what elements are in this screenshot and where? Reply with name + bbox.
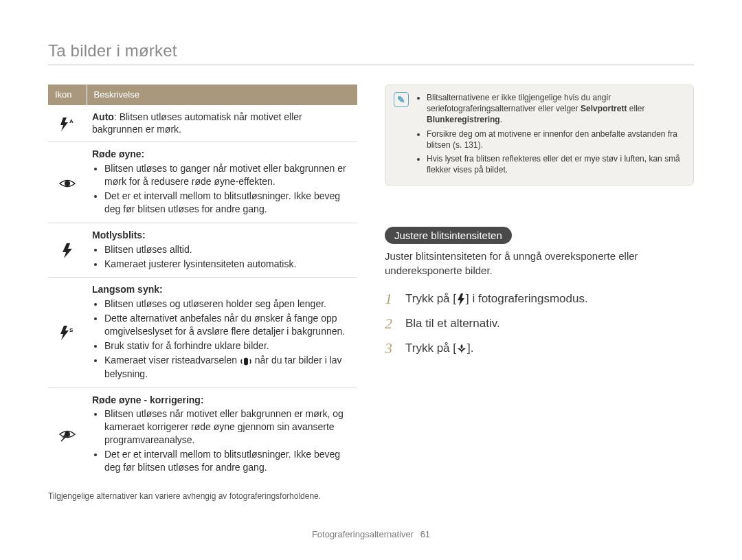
note-text: eller: [627, 104, 644, 113]
step-text: Bla til et alternativ.: [405, 317, 500, 331]
footer-page-number: 61: [420, 529, 430, 539]
note-text: .: [500, 115, 502, 124]
note-bold: Blunkeregistrering: [427, 115, 500, 124]
note-box: ✎ Blitsalternativene er ikke tilgjengeli…: [385, 85, 694, 186]
section-pill: Justere blitsintensiteten: [385, 227, 512, 244]
table-row: Røde øyne: Blitsen utløses to ganger når…: [48, 142, 357, 223]
footer-section: Fotograferingsalternativer: [312, 529, 414, 539]
row-title: Langsom synk:: [92, 283, 352, 296]
row-title: Røde øyne:: [92, 148, 352, 161]
table-header-icon: Ikon: [48, 85, 87, 105]
row-bullets: Blitsen utløses når motivet eller bakgru…: [92, 407, 352, 473]
step-text: Trykk på [].: [405, 341, 473, 356]
bullet: Blitsen utløses to ganger når motivet el…: [104, 162, 352, 188]
fill-flash-icon: [48, 223, 87, 278]
table-row: Røde øyne - korrigering: Blitsen utløses…: [48, 388, 357, 481]
bullet: Bruk stativ for å forhindre uklare bilde…: [104, 339, 352, 352]
cell-desc: Auto: Blitsen utløses automatisk når mot…: [87, 105, 357, 142]
footnote: Tilgjengelige alternativer kan variere a…: [48, 491, 357, 502]
row-bold: Auto: [92, 111, 114, 122]
step-number: 2: [385, 315, 397, 333]
bullet: Kameraet viser risteadvarselen når du ta…: [104, 354, 352, 381]
table-row: A Auto: Blitsen utløses automatisk når m…: [48, 105, 357, 142]
cell-desc: Langsom synk: Blitsen utløses og utløser…: [87, 278, 357, 388]
note-item: Forsikre deg om at motivene er innenfor …: [427, 128, 685, 150]
page: Ta bilder i mørket Ikon Beskrivelse A: [0, 0, 742, 560]
shake-warning-icon: [240, 355, 252, 368]
cell-desc: Røde øyne: Blitsen utløses to ganger når…: [87, 142, 357, 223]
columns: Ikon Beskrivelse A Auto: Blitsen utløses…: [48, 85, 694, 502]
slow-sync-icon: S: [48, 278, 87, 388]
step-number: 1: [385, 290, 397, 308]
red-eye-fix-icon: [48, 388, 87, 481]
bullet: Blitsen utløses når motivet eller bakgru…: [104, 407, 352, 447]
note-bold: Selvportrett: [581, 104, 627, 113]
bullet: Det er et intervall mellom to blitsutløs…: [104, 448, 352, 474]
bullet-text-pre: Kameraet viser risteadvarselen: [104, 355, 240, 366]
bullet: Dette alternativet anbefales når du ønsk…: [104, 312, 352, 338]
svg-text:A: A: [69, 118, 74, 124]
bullet: Blitsen utløses alltid.: [104, 243, 352, 256]
steps-list: 1 Trykk på [] i fotograferingsmodus. 2 B…: [385, 290, 694, 357]
macro-icon: [456, 341, 467, 355]
page-title: Ta bilder i mørket: [48, 41, 694, 65]
flash-options-table: Ikon Beskrivelse A Auto: Blitsen utløses…: [48, 85, 357, 481]
section-desc: Juster blitsintensiteten for å unngå ove…: [385, 249, 694, 278]
svg-text:S: S: [69, 327, 74, 333]
step-post: ].: [467, 341, 473, 355]
step-pre: Trykk på [: [405, 341, 456, 355]
bullet: Blitsen utløses og utløseren holder seg …: [104, 298, 352, 311]
bullet: Det er et intervall mellom to blitsutløs…: [104, 190, 352, 216]
step-number: 3: [385, 339, 397, 357]
step-text: Trykk på [] i fotograferingsmodus.: [405, 292, 588, 306]
flash-auto-icon: A: [48, 105, 87, 142]
row-rest: : Blitsen utløses automatisk når motivet…: [92, 111, 302, 135]
flash-icon: [456, 292, 466, 306]
step-item: 1 Trykk på [] i fotograferingsmodus.: [385, 290, 694, 308]
cell-desc: Røde øyne - korrigering: Blitsen utløses…: [87, 388, 357, 481]
step-item: 2 Bla til et alternativ.: [385, 315, 694, 333]
left-column: Ikon Beskrivelse A Auto: Blitsen utløses…: [48, 85, 357, 502]
red-eye-icon: [48, 142, 87, 223]
right-column: ✎ Blitsalternativene er ikke tilgjengeli…: [385, 85, 694, 502]
note-item: Blitsalternativene er ikke tilgjengelige…: [427, 92, 685, 126]
row-title: Motlysblits:: [92, 229, 352, 242]
step-pre: Trykk på [: [405, 292, 456, 305]
row-bullets: Blitsen utløses alltid. Kameraet justere…: [92, 243, 352, 271]
table-header-desc: Beskrivelse: [87, 85, 357, 105]
step-post: ] i fotograferingsmodus.: [466, 292, 588, 305]
row-title: Røde øyne - korrigering:: [92, 394, 352, 407]
cell-desc: Motlysblits: Blitsen utløses alltid. Kam…: [87, 223, 357, 278]
table-row: S Langsom synk: Blitsen utløses og utløs…: [48, 278, 357, 388]
svg-point-1: [65, 181, 70, 186]
note-item: Hvis lyset fra blitsen reflekteres eller…: [427, 153, 685, 175]
table-row: Motlysblits: Blitsen utløses alltid. Kam…: [48, 223, 357, 278]
step-item: 3 Trykk på [].: [385, 339, 694, 357]
row-bullets: Blitsen utløses to ganger når motivet el…: [92, 162, 352, 216]
row-bullets: Blitsen utløses og utløseren holder seg …: [92, 298, 352, 380]
bullet: Kameraet justerer lysintensiteten automa…: [104, 258, 352, 271]
note-icon: ✎: [394, 92, 409, 107]
note-list: Blitsalternativene er ikke tilgjengelige…: [416, 92, 685, 178]
page-footer: Fotograferingsalternativer 61: [0, 529, 742, 539]
